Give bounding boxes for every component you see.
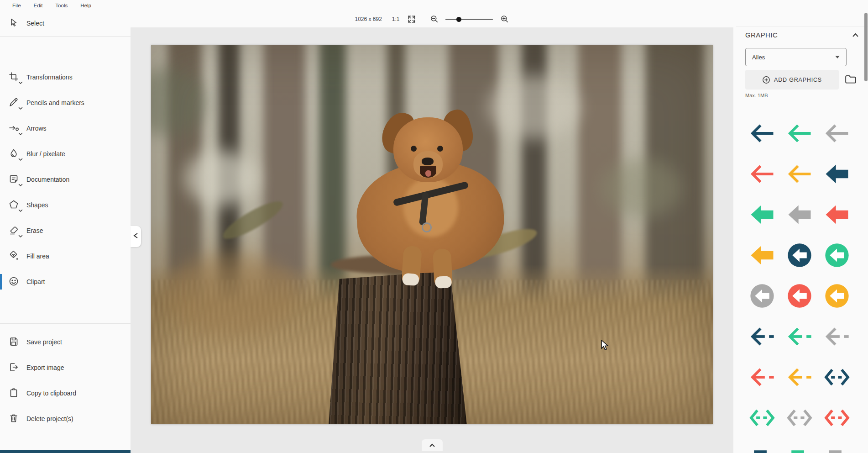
bottom-panel-toggle[interactable] bbox=[422, 439, 443, 451]
graphic-arrow-left-thin-orange[interactable] bbox=[781, 153, 818, 194]
chevron-down-icon bbox=[18, 232, 23, 240]
graphic-arrow-left-circle-red[interactable] bbox=[781, 275, 818, 316]
graphic-arrow-left-block-green[interactable] bbox=[743, 194, 781, 235]
add-graphics-button[interactable]: ADD GRAPHICS bbox=[745, 70, 839, 90]
graphic-arrow-left-block-red[interactable] bbox=[818, 194, 856, 235]
image-dimensions: 1026 x 692 bbox=[355, 16, 382, 22]
photo-bracken bbox=[162, 253, 299, 336]
sidebar-item-label: Select bbox=[26, 20, 44, 27]
menu-file[interactable]: File bbox=[6, 3, 27, 8]
graphic-arrow-left-block-gray[interactable] bbox=[781, 194, 818, 235]
clipboard-icon bbox=[8, 387, 20, 399]
zoom-ratio: 1:1 bbox=[392, 16, 400, 22]
sidebar-collapse-button[interactable] bbox=[131, 226, 141, 247]
graphics-grid bbox=[743, 113, 856, 453]
graphic-arrow-double-dashed-gray[interactable] bbox=[781, 397, 818, 438]
graphic-arrow-left-thin-red[interactable] bbox=[743, 153, 781, 194]
save-icon bbox=[8, 336, 20, 348]
graphic-arrow-left-dashed-orange[interactable] bbox=[781, 357, 818, 397]
sidebar-item-label: Export image bbox=[26, 364, 64, 371]
graphic-arrow-left-circle-gray[interactable] bbox=[743, 275, 781, 316]
photo-dog bbox=[353, 109, 522, 344]
sidebar-item-label: Blur / pixelate bbox=[26, 150, 65, 158]
photo-bracken bbox=[544, 272, 690, 363]
filter-selected-value: Alles bbox=[752, 54, 765, 61]
export-icon bbox=[8, 362, 20, 374]
dog-paw bbox=[433, 248, 453, 289]
sidebar-item-copy-to-clipboard[interactable]: Copy to clipboard bbox=[0, 380, 131, 406]
graphic-arrow-double-dashed-red[interactable] bbox=[818, 397, 856, 438]
zoom-out-button[interactable] bbox=[430, 15, 439, 24]
zoom-slider-thumb[interactable] bbox=[456, 17, 461, 22]
sidebar-item-fill-area[interactable]: Fill area bbox=[0, 243, 131, 269]
menu-help[interactable]: Help bbox=[74, 3, 98, 8]
panel-divider bbox=[736, 26, 868, 26]
magnifier-minus-icon bbox=[430, 15, 439, 24]
graphic-arrow-double-dashed-green[interactable] bbox=[743, 397, 781, 438]
canvas-photo[interactable] bbox=[151, 45, 713, 424]
graphics-filter-select[interactable]: Alles bbox=[745, 48, 847, 66]
droplet-icon bbox=[8, 148, 20, 160]
open-folder-button[interactable] bbox=[845, 74, 857, 86]
magnifier-plus-icon bbox=[500, 15, 509, 24]
canvas-toolbar: 1026 x 692 1:1 bbox=[131, 11, 733, 27]
sidebar-item-blur-pixelate[interactable]: Blur / pixelate bbox=[0, 141, 131, 167]
graphic-arrow-left-block-orange[interactable] bbox=[743, 235, 781, 275]
canvas-area bbox=[131, 27, 733, 453]
panel-collapse-button[interactable] bbox=[852, 33, 859, 37]
fit-to-screen-button[interactable] bbox=[407, 15, 416, 24]
scrollbar-thumb[interactable] bbox=[864, 13, 868, 81]
graphic-arrow-left-dashed-gray[interactable] bbox=[818, 316, 856, 357]
graphic-arrow-left-circle-navy[interactable] bbox=[781, 235, 818, 275]
zoom-in-button[interactable] bbox=[500, 15, 509, 24]
chevron-down-icon bbox=[18, 129, 23, 137]
graphic-arrow-left-block-navy[interactable] bbox=[818, 153, 856, 194]
graphic-arrow-left-thin-navy[interactable] bbox=[743, 113, 781, 153]
sidebar-item-export-image[interactable]: Export image bbox=[0, 355, 131, 380]
graphic-arrow-left-dashed-navy[interactable] bbox=[743, 316, 781, 357]
sidebar-item-clipart[interactable]: Clipart bbox=[0, 269, 131, 295]
sidebar-item-transformations[interactable]: Transformations bbox=[0, 64, 131, 90]
sidebar-item-label: Copy to clipboard bbox=[26, 390, 76, 397]
graphic-arrow-left-circle-green[interactable] bbox=[818, 235, 856, 275]
canvas-column: 1026 x 692 1:1 bbox=[131, 11, 733, 453]
graphic-arrow-left-circle-orange[interactable] bbox=[818, 275, 856, 316]
menu-tools[interactable]: Tools bbox=[49, 3, 74, 8]
sidebar-item-save-project[interactable]: Save project bbox=[0, 329, 131, 355]
graphic-arrow-double-dashed-navy[interactable] bbox=[818, 357, 856, 397]
menu-edit[interactable]: Edit bbox=[27, 3, 49, 8]
dropdown-caret-icon bbox=[835, 56, 840, 58]
graphic-arrow-diagonal-navy[interactable] bbox=[743, 438, 781, 453]
trash-icon bbox=[8, 413, 20, 425]
sidebar-item-label: Documentation bbox=[26, 176, 69, 183]
sidebar-item-select[interactable]: Select bbox=[0, 11, 131, 36]
sidebar-item-pencils-and-markers[interactable]: Pencils and markers bbox=[0, 90, 131, 116]
zoom-slider[interactable] bbox=[445, 16, 493, 22]
graphic-arrow-left-dashed-green[interactable] bbox=[781, 316, 818, 357]
cursor-icon bbox=[8, 17, 20, 29]
sidebar-item-delete-project-s[interactable]: Delete project(s) bbox=[0, 406, 131, 432]
chevron-up-icon bbox=[852, 33, 859, 37]
chevron-left-icon bbox=[133, 232, 138, 241]
sidebar-item-label: Arrows bbox=[26, 125, 47, 132]
sidebar-item-label: Transformations bbox=[26, 74, 73, 81]
smiley-icon bbox=[8, 276, 20, 288]
sidebar-item-arrows[interactable]: Arrows bbox=[0, 116, 131, 141]
chevron-down-icon bbox=[18, 155, 23, 163]
graphic-arrow-left-thin-gray[interactable] bbox=[818, 113, 856, 153]
graphic-arrow-left-dashed-red[interactable] bbox=[743, 357, 781, 397]
left-sidebar: Select TransformationsPencils and marker… bbox=[0, 11, 131, 453]
graphic-arrow-left-thin-green[interactable] bbox=[781, 113, 818, 153]
sidebar-item-shapes[interactable]: Shapes bbox=[0, 192, 131, 218]
note-icon bbox=[8, 174, 20, 185]
panel-scrollbar bbox=[864, 13, 868, 450]
sidebar-item-documentation[interactable]: Documentation bbox=[0, 167, 131, 192]
chevron-up-icon bbox=[429, 441, 435, 449]
max-size-note: Max. 1MB bbox=[745, 93, 768, 98]
graphic-arrow-diagonal-green[interactable] bbox=[781, 438, 818, 453]
sidebar-item-erase[interactable]: Erase bbox=[0, 218, 131, 243]
arrow-icon bbox=[8, 122, 20, 134]
graphic-arrow-diagonal-gray[interactable] bbox=[818, 438, 856, 453]
pentagon-icon bbox=[8, 199, 20, 211]
photo-light-haze bbox=[185, 151, 258, 205]
